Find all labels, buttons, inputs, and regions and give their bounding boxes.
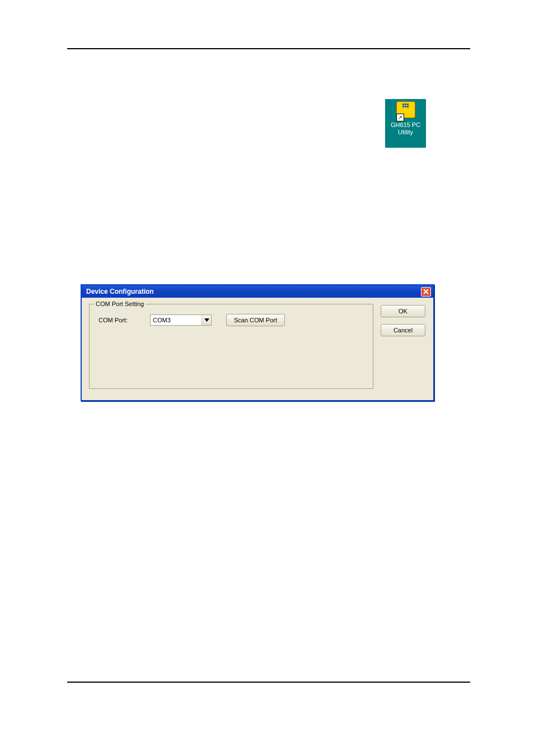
desktop-shortcut-gh615[interactable]: ↗ GH615 PC Utility <box>385 99 426 148</box>
header-rule <box>67 48 470 49</box>
com-port-value: COM3 <box>153 317 171 323</box>
fieldset-legend: COM Port Setting <box>94 300 146 307</box>
close-icon[interactable] <box>421 287 431 297</box>
scan-com-port-button[interactable]: Scan COM Port <box>226 314 285 326</box>
shortcut-icon: ↗ <box>396 101 415 120</box>
titlebar[interactable]: Device Configuration <box>82 285 433 298</box>
svg-marker-2 <box>204 318 209 322</box>
shortcut-label-line2: Utility <box>385 129 426 136</box>
ok-button[interactable]: OK <box>381 305 425 317</box>
chevron-down-icon[interactable] <box>202 315 211 325</box>
shortcut-arrow-badge: ↗ <box>396 114 404 121</box>
shortcut-label-line1: GH615 PC <box>385 121 426 129</box>
device-configuration-dialog: Device Configuration COM Port Setting CO… <box>81 284 434 401</box>
dialog-title: Device Configuration <box>86 288 154 295</box>
cancel-button[interactable]: Cancel <box>381 324 425 336</box>
com-port-select[interactable]: COM3 <box>150 314 212 326</box>
com-port-setting-fieldset: COM Port Setting COM Port: COM3 Scan COM… <box>89 304 373 389</box>
footer-rule <box>67 682 470 683</box>
com-port-label: COM Port: <box>99 317 138 323</box>
